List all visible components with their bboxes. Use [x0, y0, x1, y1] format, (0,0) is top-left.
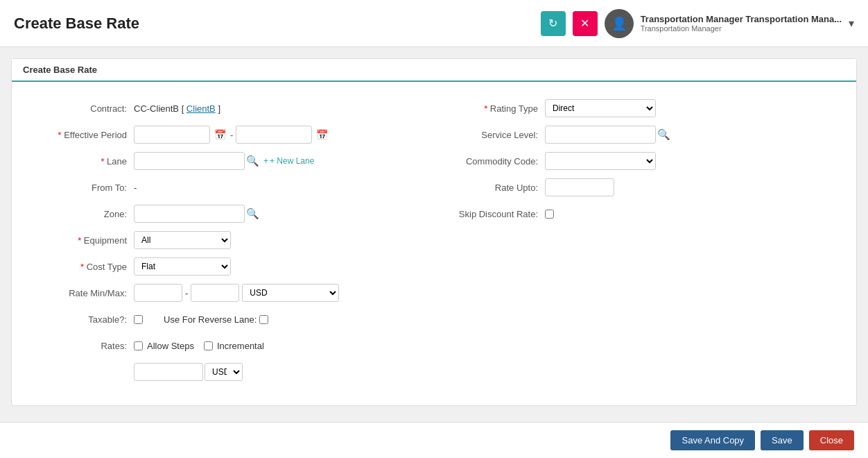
taxable-checkbox[interactable]	[134, 315, 143, 324]
service-level-label: Service Level:	[448, 130, 545, 140]
form-left: Contract: CC-ClientB [ ClientB ] Effecti…	[23, 93, 434, 394]
service-level-search-button[interactable]: 🔍	[657, 128, 670, 141]
lane-search-button[interactable]: 🔍	[246, 155, 259, 167]
rating-type-row: Rating Type Direct Indirect Both	[448, 99, 831, 118]
from-to-label: From To:	[37, 183, 134, 193]
close-icon: ✕	[580, 17, 589, 30]
end-date-picker-button[interactable]: 📅	[315, 128, 329, 142]
zone-row: Zone: 🔍	[37, 204, 420, 223]
rate-upto-label: Rate Upto:	[448, 183, 545, 193]
new-lane-label: + New Lane	[270, 156, 314, 166]
skip-discount-label: Skip Discount Rate:	[448, 209, 545, 219]
rate-min-input[interactable]	[134, 284, 182, 302]
taxable-label: Taxable?:	[37, 314, 134, 325]
card-body: Contract: CC-ClientB [ ClientB ] Effecti…	[12, 82, 856, 405]
contract-link[interactable]: ClientB	[186, 103, 216, 114]
header-actions: ↻ ✕ 👤 Transportation Manager Transportat…	[541, 9, 854, 38]
lane-input[interactable]	[134, 152, 245, 170]
card-header: Create Base Rate	[12, 59, 856, 82]
rates-label: Rates:	[37, 341, 134, 351]
taxable-row: Taxable?: Use For Reverse Lane:	[37, 309, 420, 329]
skip-discount-row: Skip Discount Rate:	[448, 204, 831, 223]
date-separator: -	[230, 130, 233, 140]
from-to-row: From To: -	[37, 178, 420, 197]
equipment-row: Equipment All Truck Van	[37, 230, 420, 250]
incremental-label: Incremental	[217, 341, 264, 351]
page-title: Create Base Rate	[14, 15, 139, 33]
zone-input[interactable]	[134, 205, 245, 223]
rates-value-input[interactable]	[134, 363, 203, 381]
cost-type-label: Cost Type	[37, 262, 134, 272]
refresh-icon: ↻	[548, 17, 557, 30]
skip-discount-checkbox[interactable]	[545, 210, 554, 219]
equipment-label: Equipment	[37, 235, 134, 246]
user-avatar-icon: 👤	[611, 16, 627, 31]
lane-row: Lane 🔍 + + New Lane	[37, 151, 420, 171]
form-grid: Contract: CC-ClientB [ ClientB ] Effecti…	[23, 93, 845, 394]
incremental-checkbox[interactable]	[204, 341, 213, 350]
rate-minmax-label: Rate Min/Max:	[37, 288, 134, 298]
avatar: 👤	[605, 9, 634, 38]
lane-label: Lane	[37, 156, 134, 167]
main-content: Create Base Rate Contract: CC-ClientB [ …	[0, 47, 868, 417]
from-to-value: -	[134, 183, 137, 193]
form-right: Rating Type Direct Indirect Both Service…	[434, 93, 845, 394]
commodity-code-label: Commodity Code:	[448, 156, 545, 167]
commodity-code-row: Commodity Code:	[448, 151, 831, 171]
user-role: Transportation Manager	[641, 24, 842, 33]
allow-steps-checkbox[interactable]	[134, 341, 143, 350]
rate-currency-select[interactable]: USD EUR CAD	[242, 284, 339, 302]
rate-minmax-group: - USD EUR CAD	[134, 284, 339, 302]
commodity-code-select[interactable]	[545, 152, 656, 170]
equipment-select[interactable]: All Truck Van	[134, 231, 231, 249]
rating-type-select[interactable]: Direct Indirect Both	[545, 99, 656, 117]
rate-minmax-sep: -	[185, 288, 188, 298]
rate-upto-input[interactable]	[545, 178, 614, 196]
rates-currency-select[interactable]: USD EUR CAD	[205, 363, 243, 381]
zone-search-button[interactable]: 🔍	[246, 207, 259, 220]
effective-period-row: Effective Period 📅 - 📅	[37, 125, 420, 144]
app-header: Create Base Rate ↻ ✕ 👤 Transportation Ma…	[0, 0, 868, 47]
effective-period-end[interactable]	[236, 126, 312, 144]
effective-period-start[interactable]	[134, 126, 210, 144]
new-lane-button[interactable]: + + New Lane	[263, 156, 314, 166]
rates-options: Allow Steps Incremental	[134, 341, 264, 351]
form-card: Create Base Rate Contract: CC-ClientB [ …	[11, 58, 857, 406]
start-date-picker-button[interactable]: 📅	[213, 128, 227, 142]
cost-type-select[interactable]: Flat Per Mile Per CWT	[134, 257, 231, 275]
service-level-input[interactable]	[545, 126, 656, 144]
rate-minmax-row: Rate Min/Max: - USD EUR CAD	[37, 283, 420, 303]
allow-steps-label: Allow Steps	[147, 341, 194, 351]
rate-upto-row: Rate Upto:	[448, 178, 831, 197]
rates-input-row: USD EUR CAD	[37, 362, 420, 382]
effective-period-inputs: 📅 - 📅	[134, 126, 329, 144]
contract-row: Contract: CC-ClientB [ ClientB ]	[37, 99, 420, 118]
chevron-down-icon: ▾	[849, 17, 854, 29]
service-level-row: Service Level: 🔍	[448, 125, 831, 144]
use-reverse-lane-checkbox[interactable]	[259, 315, 268, 324]
rating-type-label: Rating Type	[448, 103, 545, 114]
user-menu-button[interactable]: ▾	[849, 17, 854, 30]
use-reverse-label: Use For Reverse Lane:	[164, 314, 257, 325]
contract-value: CC-ClientB	[134, 103, 179, 114]
user-name: Transportation Manager Transportation Ma…	[641, 14, 842, 24]
new-lane-plus-icon: +	[263, 156, 268, 166]
rate-max-input[interactable]	[191, 284, 239, 302]
cost-type-row: Cost Type Flat Per Mile Per CWT	[37, 257, 420, 276]
zone-label: Zone:	[37, 209, 134, 219]
contract-label: Contract:	[37, 103, 134, 114]
effective-period-label: Effective Period	[37, 130, 134, 140]
user-info: Transportation Manager Transportation Ma…	[641, 14, 842, 33]
refresh-button[interactable]: ↻	[541, 11, 566, 36]
rates-row: Rates: Allow Steps Incremental	[37, 336, 420, 355]
header-close-button[interactable]: ✕	[573, 11, 598, 36]
